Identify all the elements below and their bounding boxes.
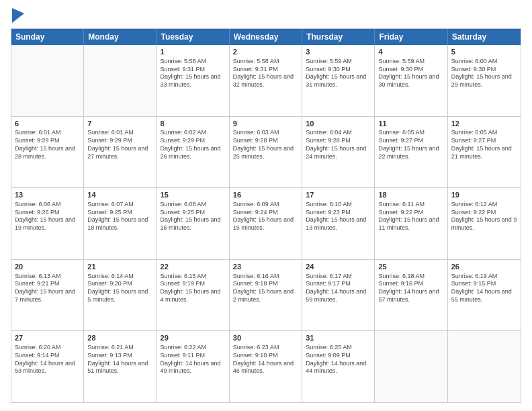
calendar-header: SundayMondayTuesdayWednesdayThursdayFrid… [11, 29, 521, 45]
cell-info: Sunrise: 6:05 AM Sunset: 9:27 PM Dayligh… [378, 129, 443, 161]
empty-cell [11, 45, 84, 116]
day-cell-2: 2Sunrise: 5:58 AM Sunset: 9:31 PM Daylig… [230, 45, 302, 116]
cell-info: Sunrise: 6:01 AM Sunset: 9:29 PM Dayligh… [87, 129, 152, 161]
day-cell-12: 12Sunrise: 6:05 AM Sunset: 9:27 PM Dayli… [448, 117, 521, 188]
cell-info: Sunrise: 6:19 AM Sunset: 9:15 PM Dayligh… [451, 273, 517, 304]
day-number: 19 [451, 190, 517, 200]
cell-info: Sunrise: 6:16 AM Sunset: 9:18 PM Dayligh… [233, 273, 298, 304]
day-cell-17: 17Sunrise: 6:10 AM Sunset: 9:23 PM Dayli… [302, 188, 375, 259]
day-number: 20 [15, 262, 80, 272]
day-number: 31 [306, 333, 371, 343]
day-cell-14: 14Sunrise: 6:07 AM Sunset: 9:25 PM Dayli… [84, 188, 157, 259]
day-number: 29 [161, 333, 226, 343]
cell-info: Sunrise: 6:20 AM Sunset: 9:14 PM Dayligh… [15, 344, 80, 375]
cell-info: Sunrise: 5:58 AM Sunset: 9:31 PM Dayligh… [233, 58, 298, 89]
cell-info: Sunrise: 5:58 AM Sunset: 9:31 PM Dayligh… [161, 58, 226, 89]
day-cell-9: 9Sunrise: 6:03 AM Sunset: 9:28 PM Daylig… [230, 117, 302, 188]
day-cell-22: 22Sunrise: 6:15 AM Sunset: 9:19 PM Dayli… [157, 260, 230, 331]
day-cell-27: 27Sunrise: 6:20 AM Sunset: 9:14 PM Dayli… [11, 331, 84, 402]
day-number: 5 [451, 47, 517, 57]
logo-icon [12, 8, 24, 23]
day-number: 10 [306, 119, 371, 129]
cell-info: Sunrise: 6:13 AM Sunset: 9:21 PM Dayligh… [15, 273, 80, 304]
day-number: 12 [451, 119, 517, 129]
day-cell-1: 1Sunrise: 5:58 AM Sunset: 9:31 PM Daylig… [157, 45, 230, 116]
cell-info: Sunrise: 6:25 AM Sunset: 9:09 PM Dayligh… [306, 344, 371, 375]
day-number: 6 [15, 119, 80, 129]
day-number: 26 [451, 262, 517, 272]
cell-info: Sunrise: 6:07 AM Sunset: 9:25 PM Dayligh… [87, 201, 152, 232]
header-day-sunday: Sunday [11, 29, 84, 45]
day-number: 4 [378, 47, 443, 57]
day-number: 2 [233, 47, 298, 57]
cell-info: Sunrise: 6:01 AM Sunset: 9:29 PM Dayligh… [15, 129, 80, 161]
header-day-friday: Friday [375, 29, 447, 45]
day-cell-11: 11Sunrise: 6:05 AM Sunset: 9:27 PM Dayli… [375, 117, 447, 188]
day-number: 25 [378, 262, 443, 272]
day-cell-18: 18Sunrise: 6:11 AM Sunset: 9:22 PM Dayli… [375, 188, 447, 259]
day-cell-8: 8Sunrise: 6:02 AM Sunset: 9:29 PM Daylig… [157, 117, 230, 188]
day-cell-15: 15Sunrise: 6:08 AM Sunset: 9:25 PM Dayli… [157, 188, 230, 259]
day-cell-7: 7Sunrise: 6:01 AM Sunset: 9:29 PM Daylig… [84, 117, 157, 188]
cell-info: Sunrise: 6:03 AM Sunset: 9:28 PM Dayligh… [233, 129, 298, 161]
cell-info: Sunrise: 6:09 AM Sunset: 9:24 PM Dayligh… [233, 201, 298, 232]
day-cell-29: 29Sunrise: 6:22 AM Sunset: 9:11 PM Dayli… [157, 331, 230, 402]
cell-info: Sunrise: 6:05 AM Sunset: 9:27 PM Dayligh… [451, 129, 517, 161]
day-cell-16: 16Sunrise: 6:09 AM Sunset: 9:24 PM Dayli… [230, 188, 302, 259]
day-number: 18 [378, 190, 443, 200]
header-day-thursday: Thursday [302, 29, 375, 45]
day-cell-24: 24Sunrise: 6:17 AM Sunset: 9:17 PM Dayli… [302, 260, 375, 331]
cell-info: Sunrise: 6:06 AM Sunset: 9:26 PM Dayligh… [15, 201, 80, 232]
day-number: 7 [87, 119, 152, 129]
calendar-row-1: 1Sunrise: 5:58 AM Sunset: 9:31 PM Daylig… [11, 45, 521, 116]
empty-cell [84, 45, 157, 116]
cell-info: Sunrise: 6:17 AM Sunset: 9:17 PM Dayligh… [306, 273, 371, 304]
day-number: 27 [15, 333, 80, 343]
day-cell-23: 23Sunrise: 6:16 AM Sunset: 9:18 PM Dayli… [230, 260, 302, 331]
header-day-tuesday: Tuesday [157, 29, 230, 45]
day-number: 17 [306, 190, 371, 200]
day-cell-21: 21Sunrise: 6:14 AM Sunset: 9:20 PM Dayli… [84, 260, 157, 331]
day-number: 21 [87, 262, 152, 272]
calendar: SundayMondayTuesdayWednesdayThursdayFrid… [11, 28, 521, 403]
cell-info: Sunrise: 6:15 AM Sunset: 9:19 PM Dayligh… [161, 273, 226, 304]
day-cell-20: 20Sunrise: 6:13 AM Sunset: 9:21 PM Dayli… [11, 260, 84, 331]
day-cell-10: 10Sunrise: 6:04 AM Sunset: 9:28 PM Dayli… [302, 117, 375, 188]
day-cell-28: 28Sunrise: 6:21 AM Sunset: 9:13 PM Dayli… [84, 331, 157, 402]
cell-info: Sunrise: 6:04 AM Sunset: 9:28 PM Dayligh… [306, 129, 371, 161]
day-number: 22 [161, 262, 226, 272]
day-cell-26: 26Sunrise: 6:19 AM Sunset: 9:15 PM Dayli… [448, 260, 521, 331]
header-day-monday: Monday [84, 29, 157, 45]
day-cell-5: 5Sunrise: 6:00 AM Sunset: 9:30 PM Daylig… [448, 45, 521, 116]
cell-info: Sunrise: 6:22 AM Sunset: 9:11 PM Dayligh… [161, 344, 226, 375]
header [11, 8, 521, 23]
day-number: 8 [161, 119, 226, 129]
cell-info: Sunrise: 6:11 AM Sunset: 9:22 PM Dayligh… [378, 201, 443, 232]
day-number: 3 [306, 47, 371, 57]
logo [11, 8, 24, 23]
cell-info: Sunrise: 6:14 AM Sunset: 9:20 PM Dayligh… [87, 273, 152, 304]
empty-cell [448, 331, 521, 402]
header-day-saturday: Saturday [448, 29, 521, 45]
cell-info: Sunrise: 6:21 AM Sunset: 9:13 PM Dayligh… [87, 344, 152, 375]
day-cell-6: 6Sunrise: 6:01 AM Sunset: 9:29 PM Daylig… [11, 117, 84, 188]
calendar-body: 1Sunrise: 5:58 AM Sunset: 9:31 PM Daylig… [11, 45, 521, 402]
cell-info: Sunrise: 6:10 AM Sunset: 9:23 PM Dayligh… [306, 201, 371, 232]
day-number: 23 [233, 262, 298, 272]
day-number: 13 [15, 190, 80, 200]
day-number: 28 [87, 333, 152, 343]
header-day-wednesday: Wednesday [230, 29, 302, 45]
day-number: 9 [233, 119, 298, 129]
cell-info: Sunrise: 6:00 AM Sunset: 9:30 PM Dayligh… [451, 58, 517, 89]
day-number: 11 [378, 119, 443, 129]
day-number: 16 [233, 190, 298, 200]
day-cell-4: 4Sunrise: 5:59 AM Sunset: 9:30 PM Daylig… [375, 45, 447, 116]
day-number: 30 [233, 333, 298, 343]
cell-info: Sunrise: 6:18 AM Sunset: 9:16 PM Dayligh… [378, 273, 443, 304]
empty-cell [375, 331, 447, 402]
cell-info: Sunrise: 6:08 AM Sunset: 9:25 PM Dayligh… [161, 201, 226, 232]
calendar-row-3: 13Sunrise: 6:06 AM Sunset: 9:26 PM Dayli… [11, 187, 521, 259]
day-cell-31: 31Sunrise: 6:25 AM Sunset: 9:09 PM Dayli… [302, 331, 375, 402]
cell-info: Sunrise: 5:59 AM Sunset: 9:30 PM Dayligh… [378, 58, 443, 89]
cell-info: Sunrise: 6:23 AM Sunset: 9:10 PM Dayligh… [233, 344, 298, 375]
